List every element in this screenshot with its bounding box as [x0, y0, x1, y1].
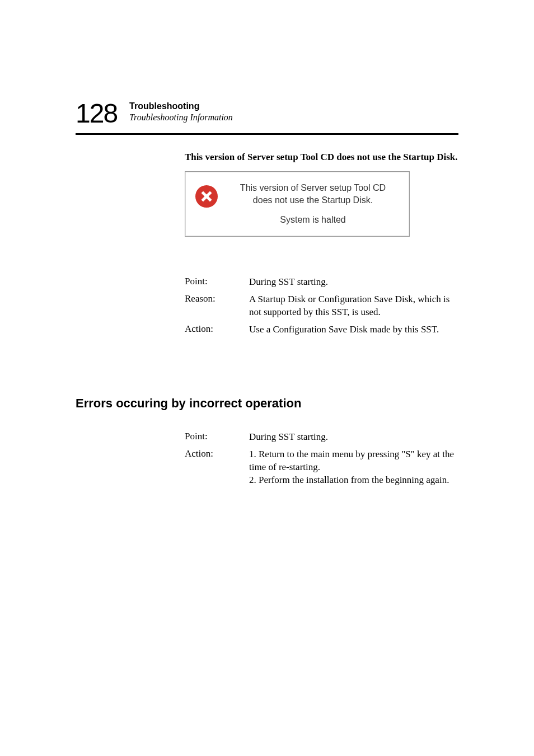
- table-row: Reason: A Startup Disk or Configuration …: [185, 293, 459, 319]
- section-1-content: This version of Server setup Tool CD doe…: [185, 151, 459, 341]
- page-number: 128: [76, 98, 117, 129]
- section-1-intro: This version of Server setup Tool CD doe…: [185, 151, 459, 163]
- row-value: During SST starting.: [249, 276, 459, 289]
- row-label: Point:: [185, 276, 249, 289]
- dialog-line-2: does not use the Startup Disk.: [229, 194, 397, 206]
- dialog-line-1: This version of Server setup Tool CD: [229, 182, 397, 194]
- section-2-heading: Errors occuring by incorrect operation: [76, 396, 301, 411]
- row-value: During SST starting.: [249, 431, 459, 444]
- dialog-line-3: System is halted: [229, 214, 397, 226]
- header-subtitle: Troubleshooting Information: [129, 112, 233, 123]
- row-label: Reason:: [185, 293, 249, 319]
- info-table-1: Point: During SST starting. Reason: A St…: [185, 276, 459, 336]
- row-value: Use a Configuration Save Disk made by th…: [249, 323, 459, 336]
- dialog-message: This version of Server setup Tool CD doe…: [229, 182, 397, 226]
- error-x-icon: [195, 185, 218, 208]
- section-2-content: Point: During SST starting. Action: 1. R…: [185, 431, 459, 491]
- header-title: Troubleshooting: [129, 101, 233, 111]
- info-table-2: Point: During SST starting. Action: 1. R…: [185, 431, 459, 487]
- row-label: Action:: [185, 323, 249, 336]
- table-row: Action: 1. Return to the main menu by pr…: [185, 448, 459, 487]
- table-row: Action: Use a Configuration Save Disk ma…: [185, 323, 459, 336]
- header-text-block: Troubleshooting Troubleshooting Informat…: [129, 101, 233, 123]
- table-row: Point: During SST starting.: [185, 431, 459, 444]
- row-label: Action:: [185, 448, 249, 487]
- row-label: Point:: [185, 431, 249, 444]
- row-value: A Startup Disk or Configuration Save Dis…: [249, 293, 459, 319]
- row-value: 1. Return to the main menu by pressing "…: [249, 448, 459, 487]
- table-row: Point: During SST starting.: [185, 276, 459, 289]
- error-dialog: This version of Server setup Tool CD doe…: [185, 171, 410, 237]
- header-divider: [76, 133, 458, 135]
- page-header: 128 Troubleshooting Troubleshooting Info…: [76, 98, 458, 135]
